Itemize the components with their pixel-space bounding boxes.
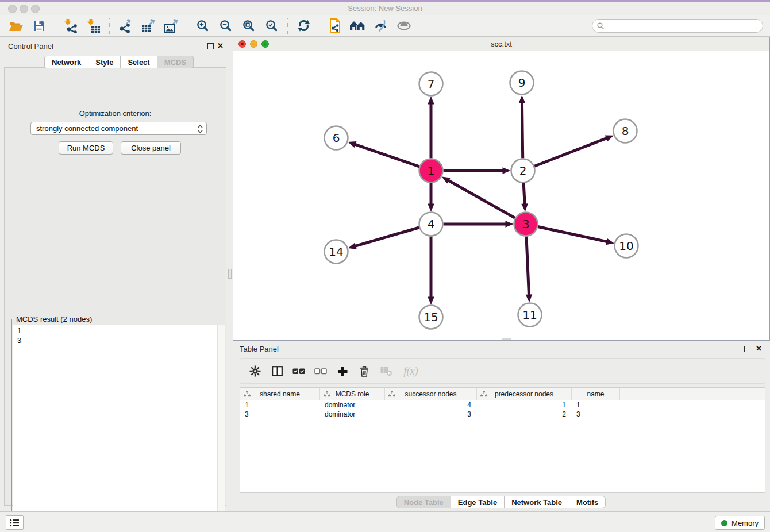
search-field[interactable]: [592, 19, 763, 33]
graph-edge-4-3[interactable]: [444, 221, 514, 228]
table-row[interactable]: 3dominator323: [240, 410, 765, 419]
zoom-out-button[interactable]: [214, 17, 237, 35]
table-cell[interactable]: 2: [477, 410, 572, 418]
tab-node-table[interactable]: Node Table: [396, 496, 451, 508]
table-cell[interactable]: 1: [477, 401, 572, 409]
tab-mcds[interactable]: MCDS: [157, 56, 194, 68]
graph-edge-1-4[interactable]: [428, 183, 434, 212]
graph-node-15[interactable]: 15: [419, 306, 443, 329]
tab-network[interactable]: Network: [44, 56, 88, 68]
graph-edge-2-3[interactable]: [521, 183, 528, 211]
export-network-button[interactable]: [114, 17, 137, 35]
table-row[interactable]: 1dominator411: [240, 400, 765, 410]
graph-node-8[interactable]: 8: [614, 119, 637, 143]
columns-icon: [272, 366, 283, 376]
column-header-shared-name[interactable]: shared name: [240, 388, 320, 400]
graph-edge-3-1[interactable]: [442, 177, 515, 218]
graph-edge-4-15[interactable]: [428, 237, 434, 305]
zoom-selected-button[interactable]: [260, 17, 283, 35]
table-tabs: Node Table Edge Table Network Table Moti…: [233, 496, 770, 508]
tab-edge-table[interactable]: Edge Table: [451, 496, 505, 508]
graph-edge-1-6[interactable]: [348, 141, 419, 167]
graph-edge-1-2[interactable]: [444, 167, 511, 174]
graph-node-7[interactable]: 7: [419, 72, 443, 96]
table-cell[interactable]: 3: [240, 410, 320, 418]
window-resize-handle[interactable]: [502, 338, 511, 340]
memory-button[interactable]: Memory: [715, 516, 765, 530]
graph-node-11[interactable]: 11: [518, 303, 542, 327]
toolbar-separator: [187, 18, 187, 34]
trash-icon: [360, 366, 369, 377]
panel-divider-handle[interactable]: [228, 269, 232, 279]
save-session-button[interactable]: [28, 17, 51, 35]
tab-style[interactable]: Style: [88, 56, 121, 68]
table-cell[interactable]: 1: [240, 401, 320, 409]
close-table-panel-icon[interactable]: ✕: [756, 344, 762, 353]
column-header-name[interactable]: name: [572, 388, 620, 400]
result-scrollbar[interactable]: [217, 325, 225, 531]
network-from-file-button[interactable]: [324, 17, 346, 35]
graph-node-14[interactable]: 14: [325, 240, 348, 264]
export-image-button[interactable]: [160, 17, 183, 35]
delete-column-button[interactable]: [357, 364, 371, 378]
import-table-button[interactable]: [82, 17, 105, 35]
float-panel-icon[interactable]: [207, 43, 214, 49]
table-cell[interactable]: 3: [385, 410, 477, 418]
import-network-button[interactable]: [59, 17, 82, 35]
table-cell[interactable]: 4: [385, 401, 477, 409]
column-header-label: predecessor nodes: [495, 390, 553, 398]
select-all-button[interactable]: [292, 364, 306, 378]
table-cell[interactable]: 3: [572, 410, 620, 418]
graph-node-9[interactable]: 9: [510, 71, 534, 95]
fit-content-button[interactable]: [237, 17, 260, 35]
graph-edge-3-11[interactable]: [526, 236, 533, 302]
graph-node-6[interactable]: 6: [325, 126, 348, 150]
criterion-select[interactable]: strongly connected component: [30, 122, 207, 135]
add-column-button[interactable]: [336, 364, 349, 378]
graph-node-1[interactable]: 1: [419, 159, 443, 183]
graph-node-10[interactable]: 10: [615, 234, 638, 258]
search-input[interactable]: [607, 21, 763, 30]
graph-edge-2-9[interactable]: [519, 95, 526, 158]
export-table-button[interactable]: [137, 17, 160, 35]
first-neighbors-button[interactable]: [346, 17, 369, 35]
refresh-button[interactable]: [292, 17, 315, 35]
column-header-predecessor-nodes[interactable]: predecessor nodes: [477, 388, 572, 400]
graph-node-4[interactable]: 4: [419, 213, 443, 236]
checked-checkboxes-icon: [292, 368, 305, 375]
function-builder-button[interactable]: f(x): [401, 364, 421, 378]
table-cell[interactable]: 1: [572, 401, 620, 409]
show-column-button[interactable]: [270, 364, 284, 378]
table-body: 1dominator4113dominator323: [240, 400, 765, 419]
column-header-successor-nodes[interactable]: successor nodes: [385, 388, 477, 400]
table-cell[interactable]: dominator: [320, 401, 385, 409]
close-panel-button[interactable]: Close panel: [121, 141, 181, 155]
close-panel-icon[interactable]: ✕: [217, 41, 224, 50]
graph-edge-3-10[interactable]: [538, 227, 614, 245]
show-hide-graphics-button[interactable]: [369, 17, 392, 35]
toggle-details-button[interactable]: [392, 17, 415, 35]
graph-edge-2-8[interactable]: [534, 135, 614, 166]
panel-list-button[interactable]: [6, 515, 24, 530]
open-session-button[interactable]: [5, 17, 28, 35]
tab-motifs[interactable]: Motifs: [569, 496, 606, 508]
table-settings-button[interactable]: [248, 364, 262, 378]
graph-edge-1-7[interactable]: [428, 97, 434, 159]
column-header-MCDS-role[interactable]: MCDS role: [320, 388, 385, 400]
delete-table-button[interactable]: [379, 364, 393, 378]
tab-network-table[interactable]: Network Table: [504, 496, 569, 508]
graph-svg[interactable]: 7968124314101511: [233, 51, 769, 340]
network-canvas[interactable]: 7968124314101511: [233, 51, 769, 340]
deselect-all-button[interactable]: [314, 364, 328, 378]
float-table-panel-icon[interactable]: [744, 346, 750, 352]
tab-select[interactable]: Select: [120, 56, 157, 68]
table-cell[interactable]: dominator: [320, 410, 385, 418]
svg-text:4: 4: [428, 217, 435, 231]
graph-node-3[interactable]: 3: [514, 213, 538, 236]
zoom-in-button[interactable]: [191, 17, 214, 35]
graph-node-2[interactable]: 2: [511, 159, 535, 183]
network-window-titlebar[interactable]: ✕ − + scc.txt: [233, 37, 769, 52]
graph-edge-4-14[interactable]: [348, 228, 419, 249]
run-mcds-button[interactable]: Run MCDS: [59, 141, 113, 155]
node-table[interactable]: shared nameMCDS rolesuccessor nodesprede…: [240, 387, 765, 493]
